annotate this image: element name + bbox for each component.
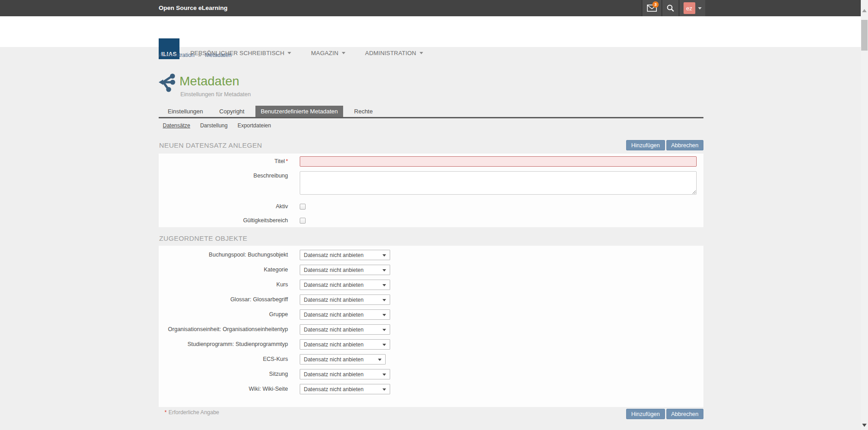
caret-down-icon (342, 52, 345, 54)
dataset-offer-select[interactable]: Datensatz nicht anbieten (300, 384, 390, 394)
topbar: Open Source eLearning 3 ez (0, 0, 868, 16)
caret-down-icon (420, 52, 423, 54)
object-row-label: Organisationseinheit: Organisationseinhe… (159, 324, 288, 335)
nav-item-label: MAGAZIN (311, 50, 339, 56)
dataset-offer-select[interactable]: Datensatz nicht anbieten (300, 250, 390, 260)
select-value: Datensatz nicht anbieten (304, 356, 363, 363)
create-form-panel: Titel* Beschreibung Aktiv Gültigkeitsber… (159, 154, 703, 227)
breadcrumb-metadaten[interactable]: Metadaten (205, 52, 231, 58)
select-value: Datensatz nicht anbieten (304, 252, 363, 258)
scrollbar-thumb[interactable] (861, 20, 868, 51)
add-button-bottom[interactable]: Hinzufügen (626, 409, 665, 419)
scrollbar-up-arrow[interactable] (862, 9, 867, 12)
metadata-icon (159, 73, 175, 94)
active-checkbox[interactable] (300, 204, 306, 210)
caret-down-icon (382, 254, 386, 257)
breadcrumb-separator: » (198, 52, 201, 58)
object-row-label: Glossar: Glossarbegriff (159, 294, 288, 305)
tab-bar: EinstellungenCopyrightBenutzerdefinierte… (159, 107, 703, 118)
scrollbar[interactable] (861, 0, 868, 430)
objects-panel: Buchungspool: BuchungsobjektDatensatz ni… (159, 246, 703, 407)
cancel-button-bottom[interactable]: Abbrechen (666, 409, 703, 419)
object-row-label: Sitzung (159, 369, 288, 379)
object-row: KategorieDatensatz nicht anbieten (159, 265, 703, 275)
footer-buttons: Hinzufügen Abbrechen (159, 409, 703, 419)
subtab-2[interactable]: Exportdateien (237, 122, 271, 129)
dataset-offer-select[interactable]: Datensatz nicht anbieten (300, 369, 390, 379)
dataset-offer-select[interactable]: Datensatz nicht anbieten (300, 309, 390, 320)
breadcrumb: Administration » Metadaten (159, 52, 231, 58)
subtab-0[interactable]: Datensätze (163, 122, 190, 129)
select-value: Datensatz nicht anbieten (304, 327, 363, 333)
search-button[interactable] (661, 0, 679, 16)
caret-down-icon (382, 269, 386, 271)
tab-1[interactable]: Copyright (214, 106, 250, 117)
user-menu-button[interactable]: ez (679, 0, 705, 16)
header: ILIAS PERSÖNLICHER SCHREIBTISCHMAGAZINAD… (0, 16, 868, 47)
select-value: Datensatz nicht anbieten (304, 312, 363, 318)
page-title: Metadaten (179, 74, 239, 89)
cancel-button-top[interactable]: Abbrechen (666, 140, 703, 150)
object-row-label: Wiki: Wiki-Seite (159, 384, 288, 394)
objects-heading: ZUGEORDNETE OBJEKTE (159, 233, 247, 242)
select-value: Datensatz nicht anbieten (304, 267, 363, 273)
object-row-label: Kategorie (159, 265, 288, 275)
title-label: Titel* (159, 156, 288, 167)
topbar-actions: 3 ez (642, 0, 705, 16)
app-title: Open Source eLearning (159, 5, 227, 11)
object-row: Studienprogramm: StudienprogrammtypDaten… (159, 339, 703, 350)
create-form-toolbar: NEUEN DATENSATZ ANLEGEN Hinzufügen Abbre… (159, 140, 703, 150)
select-value: Datensatz nicht anbieten (304, 341, 363, 348)
caret-down-icon (382, 299, 386, 301)
caret-down-icon (382, 284, 386, 286)
nav-item-1[interactable]: MAGAZIN (311, 50, 345, 56)
mail-button[interactable]: 3 (642, 0, 661, 16)
caret-down-icon (698, 7, 702, 9)
caret-down-icon (382, 314, 386, 316)
add-button-top[interactable]: Hinzufügen (626, 140, 665, 150)
caret-down-icon (382, 388, 386, 391)
object-row: Buchungspool: BuchungsobjektDatensatz ni… (159, 250, 703, 260)
required-asterisk: * (286, 158, 288, 164)
select-value: Datensatz nicht anbieten (304, 282, 363, 288)
tab-2[interactable]: Benutzerdefinierte Metadaten (255, 106, 344, 117)
nav-item-2[interactable]: ADMINISTRATION (365, 50, 423, 56)
dataset-offer-select[interactable]: Datensatz nicht anbieten (300, 354, 386, 365)
active-label: Aktiv (159, 202, 288, 208)
tab-0[interactable]: Einstellungen (162, 106, 208, 117)
avatar: ez (684, 2, 695, 14)
object-row: KursDatensatz nicht anbieten (159, 280, 703, 290)
nav-item-label: ADMINISTRATION (365, 50, 416, 56)
object-row: ECS-KursDatensatz nicht anbieten (159, 354, 703, 365)
object-row-label: Gruppe (159, 309, 288, 320)
select-value: Datensatz nicht anbieten (304, 371, 363, 378)
mail-badge: 3 (652, 1, 659, 8)
dataset-offer-select[interactable]: Datensatz nicht anbieten (300, 265, 390, 275)
object-row: Organisationseinheit: Organisationseinhe… (159, 324, 703, 335)
page-subtitle: Einstellungen für Metadaten (180, 91, 251, 98)
caret-down-icon (378, 359, 382, 361)
search-icon (666, 4, 675, 12)
select-value: Datensatz nicht anbieten (304, 386, 363, 393)
breadcrumb-administration[interactable]: Administration (159, 52, 194, 58)
tab-3[interactable]: Rechte (349, 106, 378, 117)
scope-checkbox[interactable] (300, 218, 306, 224)
object-row-label: ECS-Kurs (159, 354, 288, 365)
dataset-offer-select[interactable]: Datensatz nicht anbieten (300, 339, 390, 350)
subtab-bar: DatensätzeDarstellungExportdateien (163, 122, 271, 129)
object-row: Glossar: GlossarbegriffDatensatz nicht a… (159, 294, 703, 305)
scrollbar-down-arrow[interactable] (862, 424, 867, 427)
dataset-offer-select[interactable]: Datensatz nicht anbieten (300, 280, 390, 290)
description-textarea[interactable] (300, 171, 697, 195)
object-row-label: Kurs (159, 280, 288, 290)
object-row: Wiki: Wiki-SeiteDatensatz nicht anbieten (159, 384, 703, 394)
caret-down-icon (382, 374, 386, 376)
title-input[interactable] (300, 156, 697, 167)
create-form-heading: NEUEN DATENSATZ ANLEGEN (159, 140, 262, 149)
select-value: Datensatz nicht anbieten (304, 297, 363, 303)
subtab-1[interactable]: Darstellung (200, 122, 228, 129)
objects-toolbar: ZUGEORDNETE OBJEKTE (159, 233, 703, 242)
dataset-offer-select[interactable]: Datensatz nicht anbieten (300, 324, 390, 335)
object-row: SitzungDatensatz nicht anbieten (159, 369, 703, 379)
dataset-offer-select[interactable]: Datensatz nicht anbieten (300, 294, 390, 305)
